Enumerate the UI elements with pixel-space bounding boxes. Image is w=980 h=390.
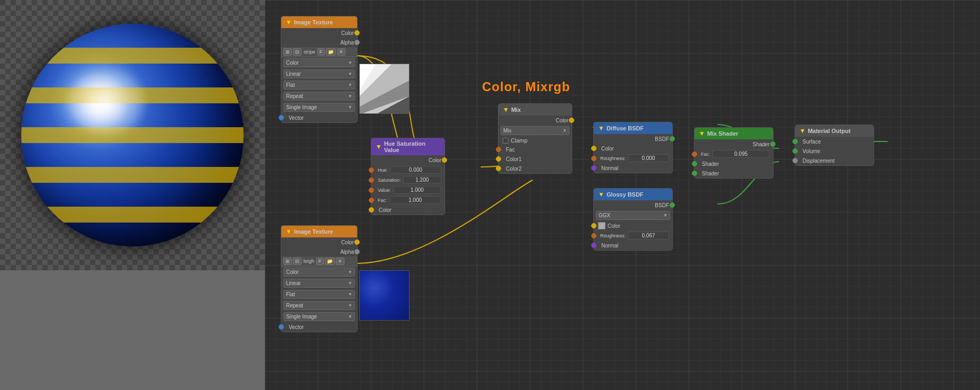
diffuse-color-socket <box>591 146 596 151</box>
img-btn-4[interactable]: 📁 <box>326 48 336 56</box>
source-dropdown-1[interactable]: Single Image ▼ <box>283 103 355 112</box>
blue-texture-bg <box>360 271 409 320</box>
img2-btn-1[interactable]: ⊞ <box>283 258 292 265</box>
diffuse-roughness-row: Roughness: 0.000 <box>594 153 672 163</box>
color-socket-2 <box>354 240 360 245</box>
img-btn-1[interactable]: ⊞ <box>283 48 292 56</box>
viewport-bottom <box>0 270 265 390</box>
color-output-socket <box>354 30 360 36</box>
mix-shader-out-row: Shader <box>694 139 773 149</box>
clamp-checkbox[interactable] <box>503 138 509 144</box>
hue-row: Hue: 0.000 <box>371 165 444 175</box>
color-dropdown-1[interactable]: Color ▼ <box>283 58 355 67</box>
mix-mode-dropdown[interactable]: Mix ▼ <box>501 126 569 135</box>
glossy-roughness-value[interactable]: 0.067 <box>628 232 669 240</box>
img2-btn-4[interactable]: 📁 <box>325 258 335 265</box>
vector-label-2: Vector <box>284 324 354 330</box>
mix-shader-fac-row: Fac: 0.095 <box>694 149 773 159</box>
img-btn-5[interactable]: ✕ <box>337 48 345 56</box>
hue-sat-color-in-row: Color <box>371 205 444 215</box>
mix-shader-node: ▼ Mix Shader Shader Fac: 0.095 Shader Sh… <box>694 127 773 179</box>
vector-input-label: Vector <box>284 115 354 121</box>
texture-preview-1 <box>359 64 409 114</box>
val-label: Value: <box>375 188 391 193</box>
img2-btn-2[interactable]: ⊟ <box>293 258 301 265</box>
glossy-color-row: Color <box>594 221 672 231</box>
mix-node: ▼ Mix Color Mix ▼ Clamp Fac Color1 <box>498 103 572 174</box>
alpha-output-socket <box>354 40 360 45</box>
linear-dropdown-2[interactable]: Linear ▼ <box>283 279 355 288</box>
filename-1: stripe <box>302 49 316 55</box>
sphere-area <box>11 11 254 260</box>
glossy-normal-label: Normal <box>597 243 669 249</box>
flat-dropdown-label-2: Flat <box>286 291 295 297</box>
img2-btn-5[interactable]: ✕ <box>336 258 344 265</box>
mix-shader-socket <box>770 141 776 147</box>
diffuse-color-label: Color <box>597 146 669 152</box>
source-dropdown-wrap: Single Image ▼ <box>281 102 357 113</box>
linear-dropdown-1[interactable]: Linear ▼ <box>283 69 355 78</box>
glossy-header: ▼ Glossy BSDF <box>594 189 672 200</box>
glossy-bsdf-out: BSDF <box>597 202 669 208</box>
diffuse-normal-row: Normal <box>594 163 672 173</box>
dropdown-arrow-2: ▼ <box>348 72 352 76</box>
mix-shader-title: Mix Shader <box>707 130 738 137</box>
hue-sat-color-socket-out <box>442 157 447 163</box>
mix-color-out: Color <box>502 118 568 123</box>
val-value[interactable]: 1.000 <box>393 186 441 194</box>
img-btn-3[interactable]: F <box>317 48 325 56</box>
flat-dropdown-wrap-2: Flat ▼ <box>281 289 357 300</box>
glossy-normal-row: Normal <box>594 241 672 250</box>
hue-sat-header: ▼ Hue Saturation Value <box>371 138 444 155</box>
glossy-roughness-row: Roughness: 0.067 <box>594 231 672 241</box>
mix-shader-s2-socket <box>692 171 697 176</box>
color-dropdown-2[interactable]: Color ▼ <box>283 268 355 277</box>
mix-shader-s2-row: Shader <box>694 169 773 178</box>
glossy-bsdf-out-row: BSDF <box>594 200 672 210</box>
alpha-output-label: Alpha <box>284 40 354 46</box>
diffuse-roughness-value[interactable]: 0.000 <box>628 154 669 162</box>
mix-shader-fac-label: Fac: <box>698 152 710 157</box>
sat-value[interactable]: 1.200 <box>403 176 441 184</box>
hue-value[interactable]: 0.000 <box>390 166 441 174</box>
vector-input-row-2: Vector <box>281 322 357 332</box>
color-output-row: Color <box>281 28 357 38</box>
mix-fac-socket <box>496 147 501 152</box>
vector-socket-2 <box>279 324 284 330</box>
repeat-dropdown-1[interactable]: Repeat ▼ <box>283 92 355 101</box>
dropdown-arrow-5: ▼ <box>348 105 352 110</box>
mix-color-out-row: Color <box>498 116 572 125</box>
img2-btn-3[interactable]: F <box>316 258 324 265</box>
linear-dropdown-label: Linear <box>286 71 301 77</box>
dropdown-arrow-3: ▼ <box>348 83 352 87</box>
sphere-highlight <box>66 68 144 135</box>
mix-title: Mix <box>511 107 521 113</box>
color-output-row-2: Color <box>281 237 357 247</box>
mix-color2-row: Color2 <box>498 164 572 173</box>
val-socket <box>369 188 374 193</box>
fac-value-hue[interactable]: 1.000 <box>389 196 441 204</box>
img-btn-2[interactable]: ⊟ <box>293 48 301 56</box>
ggx-dropdown[interactable]: GGX ▼ <box>596 211 670 220</box>
mix-shader-s2-label: Shader <box>698 171 770 176</box>
glossy-normal-socket <box>591 243 596 248</box>
alpha-output-row: Alpha <box>281 38 357 47</box>
mix-color2-label: Color2 <box>502 166 568 172</box>
mat-volume-socket <box>792 148 798 154</box>
image-texture-1-header: ▼ Image Texture <box>281 16 357 28</box>
hue-sat-color-out: Color <box>375 157 441 163</box>
source-dropdown-2[interactable]: Single Image ▼ <box>283 312 355 321</box>
mix-color1-label: Color1 <box>502 156 568 162</box>
sat-label: Saturation: <box>375 178 401 183</box>
repeat-dropdown-2[interactable]: Repeat ▼ <box>283 301 355 310</box>
mix-shader-fac-value[interactable]: 0.095 <box>712 150 770 158</box>
flat-dropdown-2[interactable]: Flat ▼ <box>283 290 355 299</box>
mix-header: ▼ Mix <box>498 104 572 116</box>
glossy-bsdf-socket <box>670 202 675 208</box>
flat-dropdown-1[interactable]: Flat ▼ <box>283 81 355 90</box>
vector-input-socket <box>279 115 284 120</box>
mix-fac-row: Fac <box>498 145 572 154</box>
fac-socket-hue <box>369 198 374 203</box>
image-texture-2-title: Image Texture <box>294 228 333 235</box>
hue-sat-color-in-label: Color <box>375 207 441 213</box>
